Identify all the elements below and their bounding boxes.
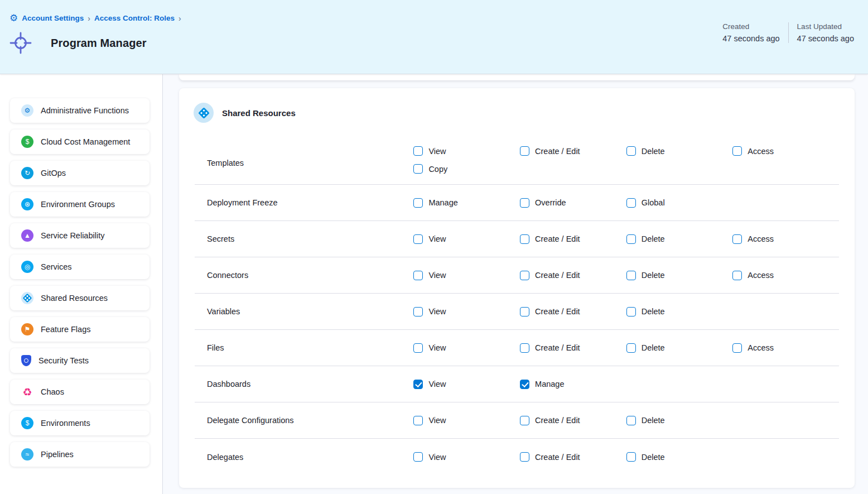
checkbox-connectors-delete[interactable]: Delete bbox=[626, 271, 665, 280]
checkbox-deployment-freeze-global[interactable]: Global bbox=[626, 198, 665, 208]
sidebar-item-services[interactable]: ◎ Services bbox=[10, 255, 150, 279]
checkbox-icon[interactable] bbox=[413, 164, 423, 174]
checkbox-icon[interactable] bbox=[413, 271, 423, 280]
sidebar-item-environment-groups[interactable]: ⊛ Environment Groups bbox=[10, 192, 150, 217]
checkbox-icon[interactable] bbox=[626, 198, 636, 208]
sidebar-item-pipelines[interactable]: ≈ Pipelines bbox=[10, 442, 150, 467]
checkbox-variables-view[interactable]: View bbox=[413, 307, 446, 316]
permission-label: Delete bbox=[642, 343, 665, 352]
breadcrumb-account-settings[interactable]: Account Settings bbox=[22, 14, 84, 22]
checkbox-icon[interactable] bbox=[520, 234, 529, 244]
checkbox-icon[interactable] bbox=[732, 234, 742, 244]
permission-cell: Delete bbox=[626, 452, 733, 462]
sidebar-item-feature-flags[interactable]: ⚑ Feature Flags bbox=[10, 317, 150, 342]
permission-cell: Create / Edit bbox=[520, 452, 626, 462]
sidebar-item-environments[interactable]: $ Environments bbox=[10, 411, 150, 435]
permission-label: View bbox=[428, 147, 446, 156]
checkbox-icon[interactable] bbox=[413, 343, 423, 353]
checkbox-files-view[interactable]: View bbox=[413, 343, 446, 353]
checkbox-secrets-create-edit[interactable]: Create / Edit bbox=[520, 234, 580, 244]
checkbox-icon[interactable] bbox=[626, 234, 636, 244]
checkbox-icon[interactable] bbox=[413, 234, 423, 244]
breadcrumb-access-control-roles[interactable]: Access Control: Roles bbox=[94, 14, 175, 22]
checkbox-secrets-access[interactable]: Access bbox=[732, 234, 774, 244]
sidebar-item-cloud-cost-management[interactable]: $ Cloud Cost Management bbox=[10, 130, 150, 154]
checkbox-icon[interactable] bbox=[732, 271, 742, 280]
checkbox-deployment-freeze-manage[interactable]: Manage bbox=[413, 198, 457, 208]
permission-label: Access bbox=[748, 343, 774, 352]
checkbox-delegate-configurations-view[interactable]: View bbox=[413, 416, 446, 425]
checkbox-delegates-create-edit[interactable]: Create / Edit bbox=[520, 452, 580, 462]
sidebar-item-administrative-functions[interactable]: ⚙ Administrative Functions bbox=[10, 98, 150, 123]
checkbox-variables-create-edit[interactable]: Create / Edit bbox=[520, 307, 580, 316]
checkbox-icon[interactable] bbox=[520, 307, 529, 316]
sidebar-item-security-tests[interactable]: Security Tests bbox=[10, 348, 150, 373]
checkbox-icon[interactable] bbox=[732, 343, 742, 353]
permission-cell: Access bbox=[732, 343, 839, 353]
checkbox-icon[interactable] bbox=[413, 452, 423, 462]
checkbox-templates-delete[interactable]: Delete bbox=[626, 146, 665, 156]
checkbox-templates-view[interactable]: View bbox=[413, 146, 446, 156]
checkbox-icon[interactable] bbox=[626, 271, 636, 280]
permission-cell: Create / Edit bbox=[520, 416, 626, 425]
checkbox-icon[interactable] bbox=[520, 416, 529, 425]
page-title: Program Manager bbox=[51, 37, 147, 50]
checkbox-icon[interactable] bbox=[413, 380, 423, 389]
checkbox-icon[interactable] bbox=[520, 343, 529, 353]
checkbox-dashboards-manage[interactable]: Manage bbox=[520, 380, 564, 389]
checkbox-files-delete[interactable]: Delete bbox=[626, 343, 665, 353]
checkbox-icon[interactable] bbox=[413, 416, 423, 425]
checkbox-icon[interactable] bbox=[732, 146, 742, 156]
permission-label: Delete bbox=[642, 416, 665, 425]
sidebar-item-label: Environment Groups bbox=[41, 200, 115, 209]
checkbox-delegate-configurations-create-edit[interactable]: Create / Edit bbox=[520, 416, 580, 425]
checkbox-icon[interactable] bbox=[413, 307, 423, 316]
checkbox-icon[interactable] bbox=[626, 307, 636, 316]
checkbox-delegate-configurations-delete[interactable]: Delete bbox=[626, 416, 665, 425]
checkbox-icon[interactable] bbox=[520, 271, 529, 280]
checkbox-icon[interactable] bbox=[626, 343, 636, 353]
checkbox-icon[interactable] bbox=[626, 416, 636, 425]
checkbox-icon[interactable] bbox=[520, 198, 529, 208]
permission-cell: Manage bbox=[520, 380, 626, 389]
shared-resources-diamond-icon bbox=[21, 292, 33, 304]
permission-label: Create / Edit bbox=[535, 343, 580, 352]
checkbox-icon[interactable] bbox=[626, 146, 636, 156]
checkbox-variables-delete[interactable]: Delete bbox=[626, 307, 665, 316]
sidebar-item-chaos[interactable]: ♻ Chaos bbox=[10, 380, 150, 404]
checkbox-icon[interactable] bbox=[520, 452, 529, 462]
checkbox-secrets-view[interactable]: View bbox=[413, 234, 446, 244]
environment-groups-icon: ⊛ bbox=[21, 198, 33, 210]
permission-cell: Override bbox=[520, 198, 626, 208]
checkbox-connectors-create-edit[interactable]: Create / Edit bbox=[520, 271, 580, 280]
permission-cell: Create / Edit bbox=[520, 271, 626, 280]
checkbox-deployment-freeze-override[interactable]: Override bbox=[520, 198, 566, 208]
permission-cell: Delete bbox=[626, 234, 733, 244]
checkbox-dashboards-view[interactable]: View bbox=[413, 380, 446, 389]
checkbox-templates-copy[interactable]: Copy bbox=[413, 164, 447, 174]
sidebar-item-service-reliability[interactable]: ▲ Service Reliability bbox=[10, 223, 150, 248]
checkbox-files-access[interactable]: Access bbox=[732, 343, 774, 353]
checkbox-connectors-access[interactable]: Access bbox=[732, 271, 774, 280]
checkbox-secrets-delete[interactable]: Delete bbox=[626, 234, 665, 244]
checkbox-templates-create-edit[interactable]: Create / Edit bbox=[520, 146, 580, 156]
checkbox-icon[interactable] bbox=[520, 146, 529, 156]
permission-cell: View bbox=[413, 271, 520, 280]
checkbox-files-create-edit[interactable]: Create / Edit bbox=[520, 343, 580, 353]
permission-label: View bbox=[428, 343, 446, 352]
checkbox-delegates-view[interactable]: View bbox=[413, 452, 446, 462]
checkbox-connectors-view[interactable]: View bbox=[413, 271, 446, 280]
permission-cell: View bbox=[413, 416, 520, 425]
sidebar-item-gitops[interactable]: ↻ GitOps bbox=[10, 161, 150, 185]
last-updated-label: Last Updated bbox=[797, 22, 854, 31]
checkbox-icon[interactable] bbox=[413, 146, 423, 156]
checkbox-icon[interactable] bbox=[413, 198, 423, 208]
checkbox-delegates-delete[interactable]: Delete bbox=[626, 452, 665, 462]
permission-label: Create / Edit bbox=[535, 307, 580, 316]
sidebar-item-shared-resources[interactable]: Shared Resources bbox=[10, 286, 150, 310]
checkbox-icon[interactable] bbox=[626, 452, 636, 462]
checkbox-icon[interactable] bbox=[520, 380, 529, 389]
sidebar-item-label: Services bbox=[41, 262, 72, 271]
checkbox-templates-access[interactable]: Access bbox=[732, 146, 774, 156]
breadcrumb-separator: › bbox=[179, 14, 181, 23]
